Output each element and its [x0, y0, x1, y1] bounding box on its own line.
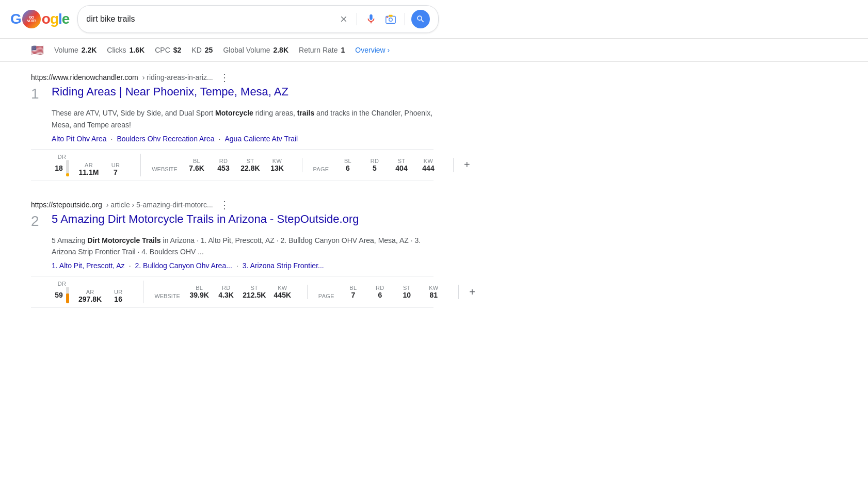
page-kw-value: 444	[422, 164, 434, 172]
bl-label: BL	[193, 158, 200, 164]
page-st-metric: ST 10	[396, 285, 417, 299]
result-url-row: https://www.ridenowchandler.com › riding…	[31, 72, 433, 83]
page-st-metric: ST 404	[391, 158, 412, 172]
divider2	[405, 13, 405, 25]
dr-bar-fill	[66, 173, 69, 176]
dr-value: 59	[55, 291, 63, 299]
kw-metric: KW 13K	[267, 158, 287, 172]
ar-metric: AR 11.1M	[78, 162, 99, 176]
logo-g: G	[10, 11, 21, 27]
more-options-button[interactable]: ⋮	[217, 200, 232, 210]
sub-link[interactable]: Boulders Ohv Recreation Area	[117, 135, 215, 143]
kd-stat: KD 25	[191, 46, 213, 54]
page-kw-label: KW	[429, 285, 438, 291]
dr-value: 18	[55, 164, 63, 172]
sub-link[interactable]: Alto Pit Ohv Area	[52, 135, 107, 143]
add-button[interactable]: +	[467, 286, 477, 298]
return-rate-stat: Return Rate 1	[299, 46, 345, 54]
stats-bar: 🇺🇸 Volume 2.2K Clicks 1.6K CPC $2 KD 25 …	[0, 39, 868, 62]
result-item: https://www.ridenowchandler.com › riding…	[31, 72, 433, 181]
camera-button[interactable]	[383, 11, 398, 27]
result-sub-links: 1. Alto Pit, Prescott, Az · 2. Bulldog C…	[31, 262, 433, 270]
st-label: ST	[247, 158, 254, 164]
dr-label: DR	[58, 281, 67, 287]
page-st-label: ST	[398, 158, 406, 164]
bl-metric: BL 39.9K	[189, 285, 210, 299]
ar-metric: AR 297.8K	[78, 289, 102, 303]
page-kw-metric: KW 444	[418, 158, 439, 172]
metric-group-page: PAGE BL 6 RD 5 ST 404 KW 444	[311, 158, 454, 172]
cpc-label: CPC	[155, 46, 170, 54]
return-rate-label: Return Rate	[299, 46, 337, 54]
logo-badge: GOVOTE!	[22, 10, 41, 28]
google-logo[interactable]: G GOVOTE! o g l e	[10, 10, 69, 28]
svg-point-1	[389, 18, 392, 21]
page-rd-label: RD	[371, 158, 379, 164]
ar-value: 297.8K	[78, 295, 102, 303]
return-rate-value: 1	[341, 46, 345, 54]
st-label: ST	[250, 285, 258, 291]
metric-group-website: WEBSITE BL 7.6K RD 453 ST 22.8K KW 13K	[149, 158, 302, 172]
sub-link[interactable]: 3. Arizona Strip Frontier...	[243, 262, 324, 270]
website-metric: WEBSITE	[152, 293, 183, 299]
result-url-row: https://stepoutside.org › article › 5-am…	[31, 200, 433, 210]
result-sub-links: Alto Pit Ohv Area · Boulders Ohv Recreat…	[31, 135, 433, 143]
logo-g2: l	[58, 11, 62, 27]
ar-value: 11.1M	[79, 168, 99, 176]
page-label-col: PAGE	[311, 166, 331, 172]
ur-label: UR	[111, 162, 120, 168]
page-bl-metric: BL 6	[337, 158, 358, 172]
dr-metric: DR 18	[52, 154, 72, 176]
page-st-value: 404	[395, 164, 407, 172]
sub-link[interactable]: 1. Alto Pit, Prescott, Az	[52, 262, 125, 270]
page-bl-value: 7	[351, 291, 355, 299]
page-rd-metric: RD 6	[369, 285, 390, 299]
sub-link[interactable]: 2. Bulldog Canyon Ohv Area...	[135, 262, 232, 270]
divider	[357, 13, 357, 25]
st-value: 22.8K	[240, 164, 260, 172]
overview-link[interactable]: Overview ›	[355, 46, 390, 54]
result-item: https://stepoutside.org › article › 5-am…	[31, 200, 433, 308]
metric-group-domain: DR 59 AR 297.8K UR 16	[52, 281, 143, 303]
website-label: WEBSITE	[154, 293, 180, 299]
search-button[interactable]	[411, 10, 430, 28]
logo-o1: o	[42, 11, 50, 27]
more-options-button[interactable]: ⋮	[217, 72, 232, 83]
result-breadcrumb: › riding-areas-in-ariz...	[142, 73, 213, 81]
kd-value: 25	[205, 46, 213, 54]
result-title-link[interactable]: 5 Amazing Dirt Motorcycle Trails in Ariz…	[52, 212, 359, 227]
result-url: https://www.ridenowchandler.com	[31, 73, 138, 81]
result-snippet: These are ATV, UTV, Side by Side, and Du…	[31, 107, 433, 130]
result-number: 1	[31, 85, 43, 103]
dr-bar	[66, 287, 69, 303]
bl-value: 7.6K	[189, 164, 204, 172]
result-url: https://stepoutside.org	[31, 201, 102, 209]
microphone-button[interactable]	[363, 11, 379, 27]
search-input[interactable]: dirt bike trails	[86, 14, 333, 24]
kw-metric: KW 445K	[272, 285, 293, 299]
ur-metric: UR 16	[108, 289, 128, 303]
rd-label: RD	[219, 158, 228, 164]
rd-metric: RD 453	[213, 158, 234, 172]
page-rd-value: 6	[378, 291, 382, 299]
bl-metric: BL 7.6K	[186, 158, 207, 172]
bl-label: BL	[196, 285, 203, 291]
page-rd-value: 5	[373, 164, 377, 172]
metrics-bar: DR 18 AR 11.1M UR 7	[31, 149, 433, 181]
header: G GOVOTE! o g l e dirt bike trails	[0, 0, 868, 39]
kw-value: 13K	[270, 164, 284, 172]
clear-button[interactable]	[337, 12, 350, 26]
sub-link[interactable]: Agua Caliente Atv Trail	[225, 135, 298, 143]
page-label-col: PAGE	[316, 293, 336, 299]
add-button[interactable]: +	[462, 159, 472, 171]
dr-bar-fill	[66, 293, 69, 303]
volume-stat: Volume 2.2K	[54, 46, 97, 54]
kw-label: KW	[278, 285, 287, 291]
result-title-link[interactable]: Riding Areas | Near Phoenix, Tempe, Mesa…	[52, 85, 288, 100]
metric-group-domain: DR 18 AR 11.1M UR 7	[52, 154, 141, 176]
page-bl-label: BL	[344, 158, 351, 164]
st-metric: ST 212.5K	[243, 285, 266, 299]
metric-group-page: PAGE BL 7 RD 6 ST 10 KW 81	[316, 285, 459, 299]
st-metric: ST 22.8K	[240, 158, 261, 172]
page-rd-metric: RD 5	[364, 158, 385, 172]
